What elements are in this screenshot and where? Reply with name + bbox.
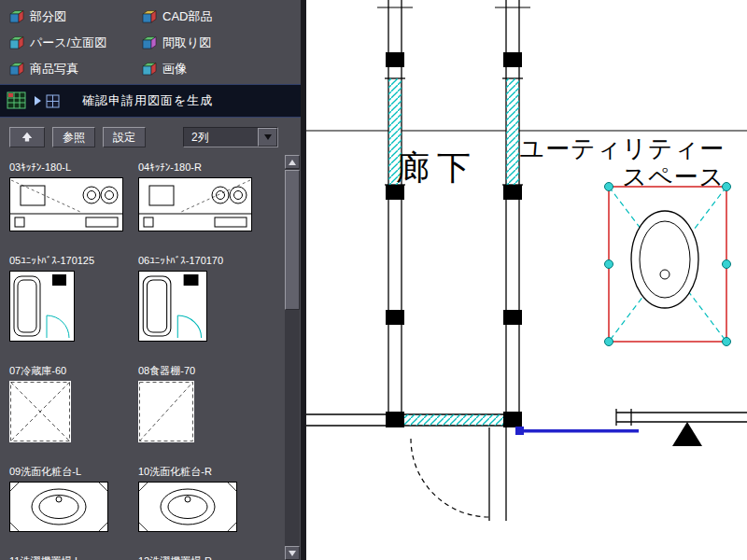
room-label-corridor: 廊下 <box>396 146 478 191</box>
item-label: 10洗面化粧台-R <box>138 465 267 478</box>
scrollbar-thumb[interactable] <box>285 170 300 310</box>
catalog-item-refrigerator-60[interactable]: 07冷蔵庫-60 <box>9 364 138 446</box>
floor-plan-canvas[interactable]: 廊下 ユーティリティー スペース <box>306 0 747 560</box>
nav-button-partial-drawing[interactable]: 部分図 <box>9 7 142 27</box>
catalog-item-vanity-r[interactable]: 10洗面化粧台-R <box>138 465 267 536</box>
list-row: 03ｷｯﾁﾝ-180-L <box>9 161 282 235</box>
selected-washbasin[interactable] <box>605 183 731 346</box>
catalog-item-cupboard-70[interactable]: 08食器棚-70 <box>138 364 267 446</box>
cad-app-window: 部分図 CAD部品 パース/立面図 <box>0 0 747 560</box>
dropdown-arrow-button[interactable] <box>258 128 277 147</box>
floor-plan-drawing <box>306 0 747 560</box>
room-label-utility-line2: スペース <box>622 161 725 193</box>
scroll-up-icon <box>289 160 296 165</box>
parts-catalog-list: 03ｷｯﾁﾝ-180-L <box>0 155 282 560</box>
cube-icon <box>9 62 24 77</box>
nav-button-product-photo[interactable]: 商品写真 <box>9 59 142 79</box>
list-row: 07冷蔵庫-60 08食器棚-70 <box>9 364 282 446</box>
drawing-sheet-icon <box>6 90 28 112</box>
item-label: 03ｷｯﾁﾝ-180-L <box>9 161 138 174</box>
item-label: 12洗濯機置場-R <box>138 554 267 560</box>
list-row: 05ﾕﾆｯﾄﾊﾞｽ-170125 06ﾕﾆｯﾄﾊﾞｽ-170170 <box>9 254 282 345</box>
nav-label: 画像 <box>162 61 187 77</box>
up-level-button[interactable] <box>9 127 45 147</box>
scroll-down-icon <box>289 551 296 556</box>
nav-button-perspective-elevation[interactable]: パース/立面図 <box>9 33 142 53</box>
catalog-item-kitchen-180-r[interactable]: 04ｷｯﾁﾝ-180-R <box>138 161 267 235</box>
nav-button-floor-plan[interactable]: 間取り図 <box>142 33 282 53</box>
item-label: 09洗面化粧台-L <box>9 465 138 478</box>
refrigerator-thumbnail <box>9 381 71 442</box>
list-row: 09洗面化粧台-L <box>9 465 282 536</box>
catalog-item-kitchen-180-l[interactable]: 03ｷｯﾁﾝ-180-L <box>9 161 138 235</box>
reference-button[interactable]: 参照 <box>52 127 95 147</box>
grid-sheet-icon <box>46 94 60 108</box>
nav-label: パース/立面図 <box>30 35 106 51</box>
scroll-up-button[interactable] <box>285 155 300 169</box>
catalog-item-washer-space-l[interactable]: 11洗濯機置場-L <box>9 554 138 560</box>
nav-label: 商品写真 <box>30 61 78 77</box>
generate-button-label: 確認申請用図面を生成 <box>82 92 213 109</box>
play-icon <box>35 96 41 105</box>
nav-button-cad-parts[interactable]: CAD部品 <box>142 7 282 27</box>
list-row: 11洗濯機置場-L 12洗濯機置場-R <box>9 554 282 560</box>
scroll-down-button[interactable] <box>285 546 300 560</box>
nav-label: 間取り図 <box>162 35 211 51</box>
nav-button-image[interactable]: 画像 <box>142 59 282 79</box>
cube-icon <box>142 62 157 77</box>
cube-icon <box>9 9 24 24</box>
catalog-item-washer-space-r[interactable]: 12洗濯機置場-R <box>138 554 267 560</box>
settings-button[interactable]: 設定 <box>103 127 146 147</box>
generate-approval-drawing-button[interactable]: 確認申請用図面を生成 <box>0 84 301 118</box>
item-label: 11洗濯機置場-L <box>9 554 138 560</box>
triangle-marker <box>672 422 702 446</box>
columns-selected-value: 2列 <box>191 130 209 146</box>
list-toolbar: 参照 設定 2列 <box>0 118 301 152</box>
item-label: 04ｷｯﾁﾝ-180-R <box>138 161 267 174</box>
item-label: 08食器棚-70 <box>138 364 267 377</box>
columns-dropdown[interactable]: 2列 <box>183 127 278 147</box>
unit-bath-thumbnail <box>138 271 207 342</box>
cupboard-thumbnail <box>138 381 194 442</box>
nav-label: CAD部品 <box>162 8 212 25</box>
sidebar: 部分図 CAD部品 パース/立面図 <box>0 0 301 560</box>
door-swing-arc <box>411 439 489 517</box>
list-scrollbar[interactable] <box>285 155 300 560</box>
catalog-item-unit-bath-170125[interactable]: 05ﾕﾆｯﾄﾊﾞｽ-170125 <box>9 254 138 345</box>
catalog-item-vanity-l[interactable]: 09洗面化粧台-L <box>9 465 138 536</box>
arrow-up-icon <box>21 131 34 144</box>
selected-wall-line[interactable] <box>515 427 639 435</box>
cube-icon <box>142 9 157 24</box>
category-nav: 部分図 CAD部品 パース/立面図 <box>0 0 301 79</box>
pillars <box>386 52 522 427</box>
nav-label: 部分図 <box>30 8 66 25</box>
item-label: 05ﾕﾆｯﾄﾊﾞｽ-170125 <box>9 254 138 267</box>
item-label: 07冷蔵庫-60 <box>9 364 138 377</box>
catalog-item-unit-bath-170170[interactable]: 06ﾕﾆｯﾄﾊﾞｽ-170170 <box>138 254 267 345</box>
vanity-thumbnail <box>9 482 108 532</box>
kitchen-thumbnail <box>9 177 123 231</box>
unit-bath-thumbnail <box>9 271 75 342</box>
cube-icon <box>9 35 24 50</box>
vanity-thumbnail <box>138 482 237 532</box>
chevron-down-icon <box>264 134 272 140</box>
item-label: 06ﾕﾆｯﾄﾊﾞｽ-170170 <box>138 254 267 267</box>
kitchen-thumbnail <box>138 177 252 231</box>
cube-icon <box>142 35 157 50</box>
